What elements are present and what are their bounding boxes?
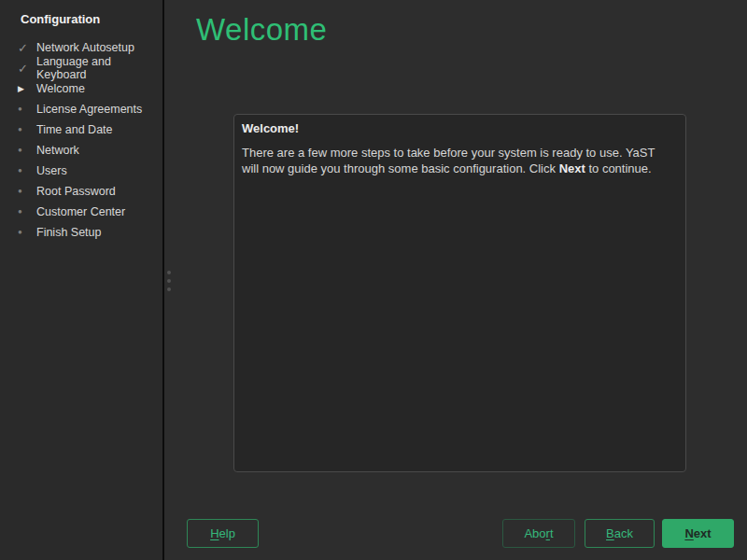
step-label: Network xyxy=(36,144,79,157)
step-label: Welcome xyxy=(36,82,85,95)
step-label: Network Autosetup xyxy=(36,41,134,54)
next-button[interactable]: Next xyxy=(662,519,734,548)
sidebar-item-language-and-keyboard: ✓ Language and Keyboard xyxy=(0,58,162,78)
sidebar-item-time-and-date: ● Time and Date xyxy=(0,119,162,140)
pane-resize-handle[interactable] xyxy=(167,271,171,291)
sidebar-item-welcome: ▶ Welcome xyxy=(0,78,162,99)
bullet-icon: ● xyxy=(18,208,36,216)
step-label: Users xyxy=(36,164,67,177)
step-label: Root Password xyxy=(36,185,116,198)
step-label: Finish Setup xyxy=(36,226,101,239)
step-label: License Agreements xyxy=(36,103,142,116)
abort-button[interactable]: Abort xyxy=(502,519,575,548)
wizard-step-list: ✓ Network Autosetup ✓ Language and Keybo… xyxy=(0,37,162,243)
sidebar-title: Configuration xyxy=(0,0,162,26)
welcome-box-title: Welcome! xyxy=(242,121,678,135)
sidebar-item-root-password: ● Root Password xyxy=(0,181,162,202)
sidebar-item-customer-center: ● Customer Center xyxy=(0,202,162,222)
back-button[interactable]: Back xyxy=(585,519,655,548)
sidebar-item-license-agreements: ● License Agreements xyxy=(0,99,162,119)
bullet-icon: ● xyxy=(18,167,36,175)
sidebar-item-network: ● Network xyxy=(0,140,162,161)
step-label: Customer Center xyxy=(36,205,125,218)
help-button[interactable]: Help xyxy=(187,519,259,548)
step-label: Time and Date xyxy=(36,123,113,136)
bullet-icon: ● xyxy=(18,188,36,195)
sidebar-item-users: ● Users xyxy=(0,161,162,181)
check-icon: ✓ xyxy=(18,63,36,75)
bullet-icon: ● xyxy=(18,126,36,133)
current-step-arrow-icon: ▶ xyxy=(18,85,36,93)
bullet-icon: ● xyxy=(18,147,36,154)
sidebar-item-finish-setup: ● Finish Setup xyxy=(0,222,162,243)
welcome-text-panel: Welcome! There are a few more steps to t… xyxy=(233,114,686,472)
wizard-steps-sidebar: Configuration ✓ Network Autosetup ✓ Lang… xyxy=(0,0,164,560)
bullet-icon: ● xyxy=(18,229,36,236)
check-icon: ✓ xyxy=(18,42,36,54)
bullet-icon: ● xyxy=(18,105,36,113)
page-title: Welcome xyxy=(196,12,327,48)
step-label: Language and Keyboard xyxy=(36,55,162,81)
welcome-box-body: There are a few more steps to take befor… xyxy=(242,146,667,176)
